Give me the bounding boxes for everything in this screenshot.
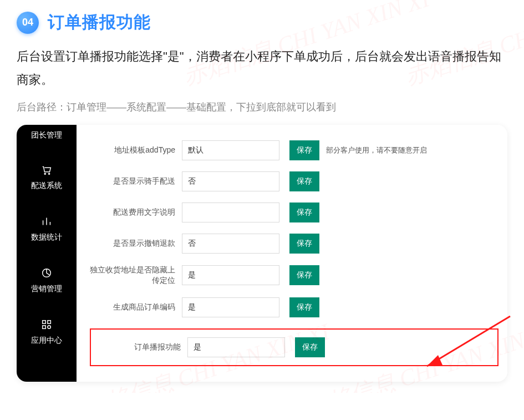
svg-point-6 bbox=[48, 325, 51, 328]
setting-row-delivery-fee-text: 配送费用文字说明 保存 bbox=[90, 203, 498, 222]
section-header: 04 订单播报功能 bbox=[17, 11, 507, 34]
row-label: 是否显示撤销退款 bbox=[90, 238, 182, 249]
section-title: 订单播报功能 bbox=[48, 11, 151, 34]
save-button[interactable]: 保存 bbox=[289, 265, 319, 285]
setting-row-hide-location: 独立收货地址是否隐藏上传定位 保存 bbox=[90, 265, 498, 286]
sidebar-item-marketing[interactable]: 营销管理 bbox=[31, 267, 62, 294]
sidebar-item-label: 配送系统 bbox=[31, 181, 62, 191]
rider-input[interactable] bbox=[182, 171, 279, 191]
save-button[interactable]: 保存 bbox=[289, 234, 319, 254]
row-label: 配送费用文字说明 bbox=[90, 207, 182, 218]
path-hint: 后台路径：订单管理——系统配置——基础配置，下拉到底部就可以看到 bbox=[17, 100, 507, 114]
save-button[interactable]: 保存 bbox=[289, 171, 319, 191]
pie-chart-icon bbox=[40, 267, 53, 281]
setting-row-order-sn: 生成商品订单编码 保存 bbox=[90, 297, 498, 317]
sidebar-item-delivery[interactable]: 配送系统 bbox=[31, 164, 62, 191]
sidebar-item-label: 营销管理 bbox=[31, 284, 62, 294]
admin-panel: 团长管理 配送系统 数据统计 营销管理 应用中心 bbox=[17, 125, 507, 382]
addtype-input[interactable] bbox=[182, 140, 279, 160]
save-button[interactable]: 保存 bbox=[295, 337, 325, 357]
sidebar-item-label: 应用中心 bbox=[31, 336, 62, 346]
sidebar-top-label[interactable]: 团长管理 bbox=[31, 128, 62, 151]
save-button[interactable]: 保存 bbox=[289, 140, 319, 160]
save-button[interactable]: 保存 bbox=[289, 203, 319, 222]
svg-rect-4 bbox=[48, 320, 51, 323]
save-button[interactable]: 保存 bbox=[289, 297, 319, 317]
row-label: 是否显示骑手配送 bbox=[90, 176, 182, 187]
setting-row-rider: 是否显示骑手配送 保存 bbox=[90, 171, 498, 191]
delivery-fee-text-input[interactable] bbox=[182, 203, 279, 222]
sidebar-item-apps[interactable]: 应用中心 bbox=[31, 318, 62, 346]
hide-location-input[interactable] bbox=[182, 265, 279, 285]
settings-content: 地址模板addType 保存 部分客户使用，请不要随意开启 是否显示骑手配送 保… bbox=[77, 125, 507, 382]
section-description: 后台设置订单播报功能选择"是"，消费者在小程序下单成功后，后台就会发出语音播报告… bbox=[17, 45, 507, 92]
row-label: 生成商品订单编码 bbox=[90, 302, 182, 313]
sidebar-item-stats[interactable]: 数据统计 bbox=[31, 215, 62, 242]
highlighted-setting: 订单播报功能 保存 bbox=[90, 328, 498, 366]
apps-grid-icon bbox=[40, 318, 53, 332]
row-label: 订单播报功能 bbox=[95, 342, 187, 353]
bar-chart-icon bbox=[40, 215, 53, 229]
cancel-refund-input[interactable] bbox=[182, 234, 279, 254]
svg-rect-5 bbox=[43, 325, 46, 328]
svg-point-1 bbox=[48, 173, 49, 174]
section-number-badge: 04 bbox=[17, 12, 39, 34]
row-label: 地址模板addType bbox=[90, 145, 182, 156]
setting-row-addtype: 地址模板addType 保存 部分客户使用，请不要随意开启 bbox=[90, 140, 498, 160]
order-sn-input[interactable] bbox=[182, 297, 279, 317]
setting-row-broadcast: 订单播报功能 保存 bbox=[95, 337, 493, 357]
row-note: 部分客户使用，请不要随意开启 bbox=[326, 145, 427, 155]
cart-icon bbox=[40, 164, 53, 178]
broadcast-input[interactable] bbox=[187, 337, 285, 357]
svg-point-0 bbox=[44, 173, 45, 174]
row-label: 独立收货地址是否隐藏上传定位 bbox=[90, 265, 182, 286]
svg-rect-3 bbox=[43, 320, 46, 323]
sidebar-item-label: 数据统计 bbox=[31, 232, 62, 242]
setting-row-cancel-refund: 是否显示撤销退款 保存 bbox=[90, 234, 498, 254]
sidebar: 团长管理 配送系统 数据统计 营销管理 应用中心 bbox=[17, 125, 77, 382]
